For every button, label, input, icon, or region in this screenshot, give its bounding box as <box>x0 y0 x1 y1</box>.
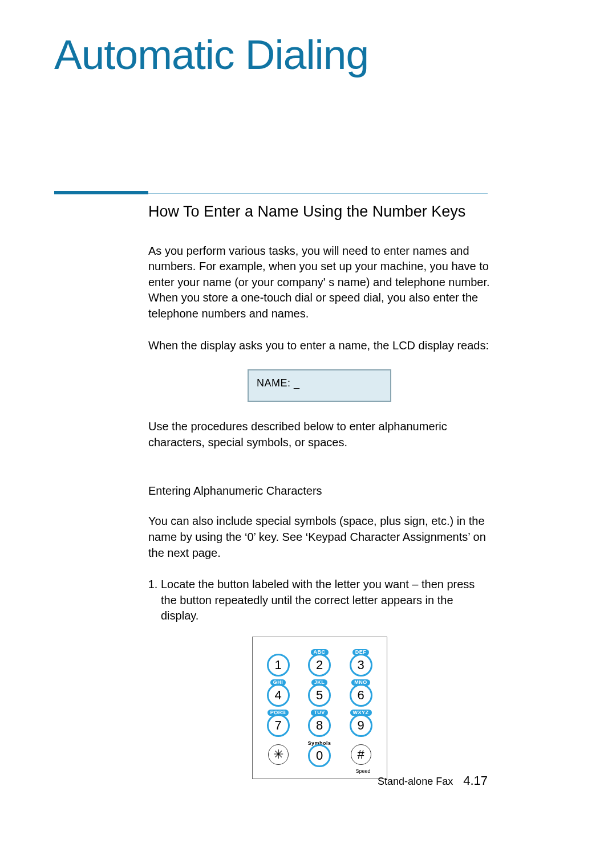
keypad-button: 3 <box>350 654 372 677</box>
keypad-cell: ✳ <box>261 739 295 767</box>
subsection-heading: Entering Alphanumeric Characters <box>148 484 491 498</box>
keypad-cell: 1 <box>261 649 295 677</box>
keypad-button: 0 <box>308 744 331 767</box>
footer-page-number: 4.17 <box>463 773 488 788</box>
intro-paragraph-2: When the display asks you to enter a nam… <box>148 338 491 354</box>
intro-paragraph-3: Use the procedures described below to en… <box>148 419 491 450</box>
section-heading: How To Enter a Name Using the Number Key… <box>148 203 491 221</box>
keypad-cell: ABC2 <box>302 649 337 677</box>
rule-accent <box>54 191 148 194</box>
keypad-button: 1 <box>267 654 290 677</box>
page-footer: Stand-alone Fax 4.17 <box>378 773 488 788</box>
keypad-cell: WXYZ9 <box>344 709 378 737</box>
keypad-cell: PQRS7 <box>261 709 295 737</box>
keypad-button: # <box>351 744 371 765</box>
keypad-button: 9 <box>350 714 372 737</box>
keypad-row: PQRS7TUV8WXYZ9 <box>258 709 381 739</box>
keypad-row: 1ABC2DEF3 <box>258 649 381 679</box>
content-column: How To Enter a Name Using the Number Key… <box>148 203 491 779</box>
keypad-cell: MNO6 <box>344 679 378 707</box>
footer-section: Stand-alone Fax <box>378 776 453 788</box>
sub-paragraph: You can also include special symbols (sp… <box>148 514 491 561</box>
page-title: Automatic Dialing <box>54 33 616 77</box>
keypad-cell: TUV8 <box>302 709 337 737</box>
keypad-button: 5 <box>308 684 331 707</box>
keypad-row: GHI4JKL5MNO6 <box>258 679 381 709</box>
keypad-button: 8 <box>308 714 331 737</box>
keypad-button: 7 <box>267 714 290 737</box>
keypad-cell: DEF3 <box>344 649 378 677</box>
section-rule <box>54 191 616 191</box>
step-list: Locate the button labeled with the lette… <box>148 577 491 624</box>
keypad-button: 6 <box>350 684 372 707</box>
keypad-cell: JKL5 <box>302 679 337 707</box>
keypad-row: ✳Symbols0# <box>258 739 381 769</box>
lcd-display: NAME: _ <box>248 369 391 402</box>
keypad-button: 2 <box>308 654 331 677</box>
lcd-text: NAME: _ <box>257 377 300 389</box>
keypad-button: 4 <box>267 684 290 707</box>
keypad-cell: GHI4 <box>261 679 295 707</box>
keypad-button: ✳ <box>268 744 289 765</box>
keypad-cell: Symbols0 <box>302 739 337 767</box>
intro-paragraph-1: As you perform various tasks, you will n… <box>148 243 491 322</box>
keypad-illustration: 1ABC2DEF3GHI4JKL5MNO6PQRS7TUV8WXYZ9✳Symb… <box>252 637 387 779</box>
step-1: Locate the button labeled with the lette… <box>161 577 491 624</box>
keypad-cell: # <box>344 739 378 767</box>
